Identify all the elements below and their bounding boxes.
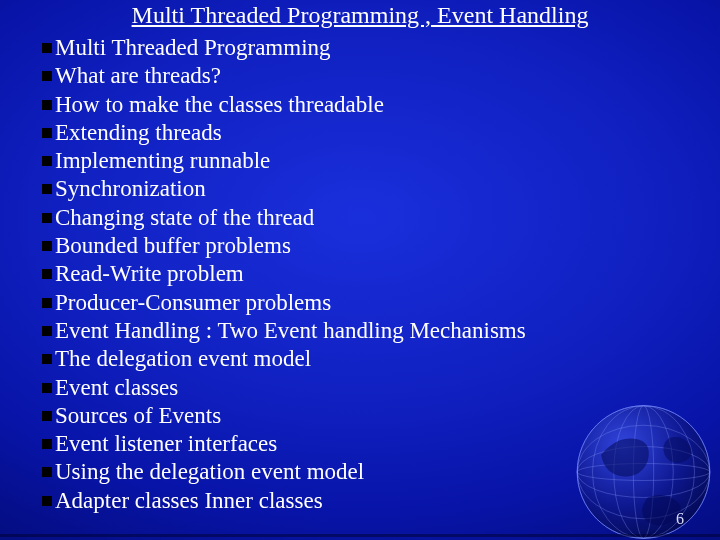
bullet-icon: [42, 439, 52, 449]
bullet-list: Multi Threaded Programming What are thre…: [42, 34, 690, 515]
list-item: Read-Write problem: [42, 260, 690, 288]
list-item: Implementing runnable: [42, 147, 690, 175]
list-item: Multi Threaded Programming: [42, 34, 690, 62]
bullet-icon: [42, 184, 52, 194]
list-item: Using the delegation event model: [42, 458, 690, 486]
page-number: 6: [676, 510, 684, 528]
bullet-text: Extending threads: [55, 119, 222, 147]
bullet-icon: [42, 43, 52, 53]
list-item: Bounded buffer problems: [42, 232, 690, 260]
bullet-text: Adapter classes Inner classes: [55, 487, 323, 515]
bullet-icon: [42, 128, 52, 138]
list-item: Event listener interfaces: [42, 430, 690, 458]
bullet-text: Event classes: [55, 374, 178, 402]
footer-divider: [0, 534, 720, 537]
list-item: Changing state of the thread: [42, 204, 690, 232]
bullet-icon: [42, 298, 52, 308]
bullet-text: What are threads?: [55, 62, 221, 90]
bullet-icon: [42, 269, 52, 279]
list-item: Synchronization: [42, 175, 690, 203]
bullet-icon: [42, 496, 52, 506]
bullet-text: The delegation event model: [55, 345, 311, 373]
bullet-text: Multi Threaded Programming: [55, 34, 331, 62]
list-item: Sources of Events: [42, 402, 690, 430]
list-item: What are threads?: [42, 62, 690, 90]
bullet-icon: [42, 383, 52, 393]
bullet-text: Using the delegation event model: [55, 458, 364, 486]
bullet-icon: [42, 71, 52, 81]
bullet-text: Synchronization: [55, 175, 206, 203]
bullet-text: How to make the classes threadable: [55, 91, 384, 119]
bullet-text: Event Handling : Two Event handling Mech…: [55, 317, 526, 345]
bullet-icon: [42, 326, 52, 336]
bullet-text: Changing state of the thread: [55, 204, 314, 232]
list-item: Adapter classes Inner classes: [42, 487, 690, 515]
bullet-icon: [42, 156, 52, 166]
bullet-icon: [42, 411, 52, 421]
bullet-text: Implementing runnable: [55, 147, 270, 175]
bullet-icon: [42, 354, 52, 364]
bullet-text: Sources of Events: [55, 402, 221, 430]
list-item: Extending threads: [42, 119, 690, 147]
bullet-text: Event listener interfaces: [55, 430, 277, 458]
bullet-icon: [42, 467, 52, 477]
list-item: Event classes: [42, 374, 690, 402]
list-item: Event Handling : Two Event handling Mech…: [42, 317, 690, 345]
bullet-text: Producer-Consumer problems: [55, 289, 331, 317]
bullet-icon: [42, 241, 52, 251]
slide-title: Multi Threaded Programming , Event Handl…: [0, 2, 720, 29]
list-item: How to make the classes threadable: [42, 91, 690, 119]
bullet-text: Read-Write problem: [55, 260, 244, 288]
list-item: The delegation event model: [42, 345, 690, 373]
list-item: Producer-Consumer problems: [42, 289, 690, 317]
bullet-icon: [42, 213, 52, 223]
bullet-text: Bounded buffer problems: [55, 232, 291, 260]
slide: Multi Threaded Programming , Event Handl…: [0, 0, 720, 540]
bullet-icon: [42, 100, 52, 110]
